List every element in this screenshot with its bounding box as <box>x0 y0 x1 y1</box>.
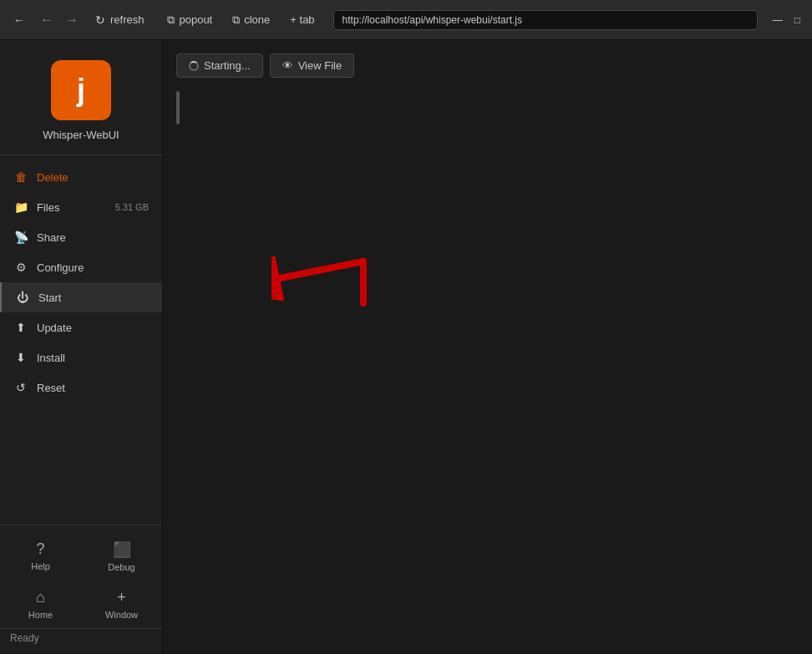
next-button[interactable]: → <box>60 9 84 31</box>
status-text: Ready <box>10 632 39 644</box>
sidebar-footer: ? Help ⬛ Debug ⌂ Home + Window <box>0 525 162 654</box>
new-tab-button[interactable]: + tab <box>282 10 322 30</box>
red-arrow-icon <box>272 245 372 312</box>
sidebar-item-label: Update <box>37 322 149 334</box>
prev-button[interactable]: ← <box>35 9 58 31</box>
home-icon: ⌂ <box>36 589 45 606</box>
spinner-icon <box>189 61 199 71</box>
view-file-label: View File <box>298 59 343 72</box>
debug-button[interactable]: ⬛ Debug <box>81 532 162 580</box>
sidebar-item-files[interactable]: 📁 Files 5.31 GB <box>0 192 162 222</box>
home-button[interactable]: ⌂ Home <box>0 580 81 628</box>
sidebar-item-label: Configure <box>37 261 149 274</box>
refresh-button[interactable]: ↻ refresh <box>87 10 152 30</box>
view-file-button[interactable]: 👁 View File <box>270 53 355 78</box>
files-icon: 📁 <box>13 200 28 214</box>
sidebar-item-configure[interactable]: ⚙ Configure <box>0 252 162 282</box>
window-icon: + <box>117 589 126 606</box>
starting-label: Starting... <box>204 59 251 72</box>
files-badge: 5.31 GB <box>115 202 149 212</box>
sidebar-item-label: Install <box>37 352 149 364</box>
share-icon: 📡 <box>13 231 28 244</box>
minimize-button[interactable]: — <box>768 13 788 28</box>
sidebar-item-start[interactable]: ⏻ Start <box>0 282 162 312</box>
popout-button[interactable]: ⧉ popout <box>159 10 221 30</box>
sidebar-menu: 🗑 Delete 📁 Files 5.31 GB 📡 Share ⚙ Confi… <box>0 155 162 525</box>
starting-button[interactable]: Starting... <box>176 53 263 78</box>
popout-icon: ⧉ <box>167 13 175 27</box>
sidebar-item-label: Start <box>38 292 149 304</box>
view-file-icon: 👁 <box>282 59 293 72</box>
back-nav-button[interactable]: ← <box>7 10 32 30</box>
sidebar-item-share[interactable]: 📡 Share <box>0 222 162 252</box>
home-label: Home <box>28 610 53 620</box>
delete-icon: 🗑 <box>13 170 28 184</box>
app-icon: j <box>51 60 111 120</box>
refresh-label: refresh <box>110 13 144 26</box>
sidebar-item-install[interactable]: ⬇ Install <box>0 342 162 373</box>
footer-row-1: ? Help ⬛ Debug <box>0 532 162 580</box>
sidebar-item-label: Share <box>37 231 149 244</box>
sidebar-item-delete[interactable]: 🗑 Delete <box>0 162 162 192</box>
main-layout: j Whisper-WebUI 🗑 Delete 📁 Files 5.31 GB… <box>0 40 812 654</box>
status-bar: Ready <box>0 628 162 647</box>
arrow-annotation <box>272 245 372 315</box>
debug-label: Debug <box>108 562 134 572</box>
reset-icon: ↺ <box>13 381 28 394</box>
content-area: Starting... 👁 View File <box>163 40 812 654</box>
sidebar-item-update[interactable]: ⬆ Update <box>0 312 162 342</box>
configure-icon: ⚙ <box>13 261 28 274</box>
content-toolbar: Starting... 👁 View File <box>176 53 799 78</box>
sidebar: j Whisper-WebUI 🗑 Delete 📁 Files 5.31 GB… <box>0 40 163 654</box>
help-button[interactable]: ? Help <box>0 532 81 580</box>
titlebar: ← ← → ↻ refresh ⧉ popout ⧉ clone + tab —… <box>0 0 812 40</box>
install-icon: ⬇ <box>13 351 28 364</box>
sidebar-item-label: Reset <box>37 382 149 394</box>
refresh-icon: ↻ <box>95 13 105 27</box>
sidebar-item-label: Files <box>37 201 107 214</box>
help-label: Help <box>31 561 50 571</box>
window-label: Window <box>105 610 138 620</box>
window-button[interactable]: + Window <box>81 580 162 628</box>
maximize-button[interactable]: □ <box>789 13 805 28</box>
footer-row-2: ⌂ Home + Window <box>0 580 162 628</box>
help-icon: ? <box>36 540 44 558</box>
loading-bar <box>176 91 180 124</box>
svg-line-1 <box>280 261 363 278</box>
app-name: Whisper-WebUI <box>43 129 119 141</box>
url-bar[interactable] <box>333 10 758 30</box>
app-header: j Whisper-WebUI <box>0 40 162 155</box>
start-icon: ⏻ <box>15 291 30 304</box>
sidebar-item-reset[interactable]: ↺ Reset <box>0 373 162 403</box>
back-icon: ← <box>13 13 25 27</box>
update-icon: ⬆ <box>13 321 28 334</box>
clone-icon: ⧉ <box>232 13 240 27</box>
debug-icon: ⬛ <box>113 540 131 559</box>
sidebar-item-label: Delete <box>37 171 149 184</box>
clone-button[interactable]: ⧉ clone <box>224 10 278 30</box>
